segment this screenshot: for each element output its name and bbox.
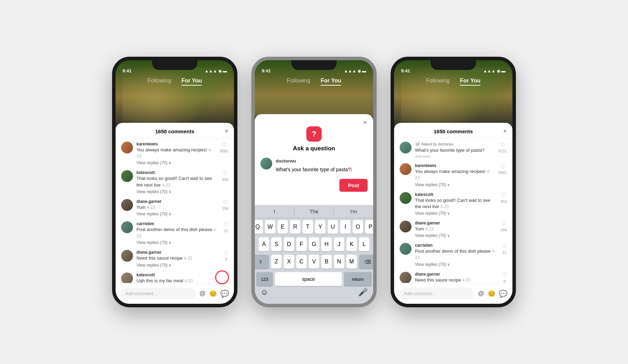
kb-n[interactable]: N	[334, 255, 344, 269]
close-comments-1[interactable]: ×	[225, 128, 228, 135]
comments-list-3: 🗂 Asked by doctorwu What's your favorite…	[394, 138, 512, 298]
question-icon-3[interactable]: 💬	[499, 290, 508, 298]
kb-row-1: Q W E R T Y U I O P	[255, 218, 373, 236]
p3-avatar-1	[400, 163, 411, 175]
kb-suggestion-i[interactable]: I	[255, 207, 295, 216]
nav-foryou-2[interactable]: For You	[321, 78, 341, 86]
comment-like-4[interactable]: ♡ 12	[223, 221, 228, 245]
emoji-icon-3[interactable]: 😊	[488, 290, 495, 298]
comment-input-3[interactable]: Add comment...	[399, 288, 474, 300]
kb-j[interactable]: J	[334, 237, 344, 251]
p3-comment-replies-1[interactable]: View replies (70) ∨	[415, 182, 495, 187]
comments-list-1: karenlewis You always make amazing recip…	[116, 138, 234, 293]
phone-2: 9:41 ▲▲▲ ◉ ▬ Following For You × ? Ask a…	[251, 57, 377, 307]
kb-o[interactable]: O	[353, 220, 363, 234]
comment-input-1[interactable]: Add comment...	[120, 288, 196, 300]
question-icon-1[interactable]: 💬	[220, 290, 229, 298]
p3-avatar-2	[400, 192, 411, 204]
p3-comment-text-5: Need this sauce recipe 4-23	[415, 277, 499, 283]
comments-panel-1: 1650 comments × karenlewis You always ma…	[116, 123, 234, 304]
kb-z[interactable]: Z	[271, 255, 282, 269]
comment-item-1: karenlewis You always make amazing recip…	[121, 142, 228, 165]
avatar-modal	[260, 158, 272, 169]
emoji-icon-1[interactable]: 😊	[209, 290, 217, 298]
kb-e[interactable]: E	[277, 220, 288, 234]
comment-replies-3[interactable]: View replies (70) ∨	[136, 212, 219, 216]
kb-g[interactable]: G	[309, 237, 319, 251]
modal-title-text: Ask a question	[293, 145, 335, 152]
kb-d[interactable]: D	[284, 237, 294, 251]
close-comments-3[interactable]: ×	[503, 128, 507, 135]
comment-like-5[interactable]: ♡ 9	[223, 250, 228, 267]
asked-badge-icon: 🗂	[415, 142, 420, 147]
comment-body-1: karenlewis You always make amazing recip…	[136, 142, 217, 165]
kb-emoji-icon[interactable]: ☺	[260, 288, 268, 297]
at-icon-3[interactable]: @	[478, 290, 484, 297]
asked-comment-item: 🗂 Asked by doctorwu What's your favorite…	[400, 142, 507, 158]
kb-m[interactable]: M	[346, 255, 357, 269]
kb-y[interactable]: Y	[315, 220, 325, 234]
p3-comment-replies-4[interactable]: View replies (70) ∨	[415, 262, 499, 267]
nav-following-2[interactable]: Following	[287, 78, 311, 86]
kb-t[interactable]: T	[303, 220, 313, 234]
p3-comment-like-4[interactable]: ♡ 12	[502, 243, 507, 267]
nav-following-1[interactable]: Following	[148, 78, 171, 86]
kb-shift[interactable]: ⇧	[255, 255, 269, 269]
p3-comment-username-2: katescott	[415, 192, 497, 197]
question-input-area: doctorwu What's your favorite type of pa…	[260, 158, 368, 173]
kb-f[interactable]: F	[296, 237, 307, 251]
nav-foryou-1[interactable]: For You	[181, 78, 202, 86]
p3-comment-username-1: karenlewis	[415, 163, 495, 168]
post-btn-row: Post	[255, 179, 373, 197]
comment-like-6[interactable]: ♡	[223, 272, 228, 284]
comment-body-2: katescott That looks so good!! Can't wai…	[136, 170, 219, 194]
comment-replies-1[interactable]: View replies (70) ∨	[136, 160, 217, 165]
p3-comment-item-1: karenlewis You always make amazing recip…	[400, 163, 507, 187]
kb-l[interactable]: L	[359, 237, 369, 251]
p3-comment-replies-3[interactable]: View replies (70) ∨	[415, 233, 497, 238]
asked-comment-like[interactable]: ♡ 9721	[499, 142, 507, 158]
kb-q[interactable]: Q	[255, 220, 263, 234]
comment-body-5: diane.garner Need this sauce recipe 4-23…	[136, 250, 220, 267]
comment-replies-5[interactable]: View replies (70) ∨	[136, 263, 220, 268]
kb-k[interactable]: K	[346, 237, 357, 251]
kb-b[interactable]: B	[321, 255, 332, 269]
kb-space[interactable]: space	[275, 272, 342, 286]
kb-s[interactable]: S	[271, 237, 282, 251]
kb-h[interactable]: H	[321, 237, 332, 251]
at-icon-1[interactable]: @	[199, 290, 206, 297]
comment-replies-2[interactable]: View replies (70) ∨	[136, 189, 219, 194]
kb-return[interactable]: return	[344, 272, 372, 286]
kb-suggestion-the[interactable]: The	[295, 207, 334, 216]
comment-like-1[interactable]: ♡ 9581	[220, 142, 228, 165]
comment-like-2[interactable]: ♡ 456	[222, 170, 228, 194]
kb-x[interactable]: X	[284, 255, 294, 269]
kb-row-4: 123 space return	[255, 270, 373, 288]
nav-following-3[interactable]: Following	[426, 78, 450, 86]
nav-foryou-3[interactable]: For You	[460, 78, 480, 86]
comment-like-3[interactable]: ♡ 294	[222, 199, 228, 216]
kb-a[interactable]: A	[259, 237, 269, 251]
modal-close-button[interactable]: ×	[363, 119, 367, 126]
kb-v[interactable]: V	[309, 255, 319, 269]
kb-w[interactable]: W	[265, 220, 275, 234]
kb-r[interactable]: R	[290, 220, 300, 234]
avatar-2	[121, 170, 133, 182]
kb-123[interactable]: 123	[256, 272, 273, 286]
p3-comment-like-1[interactable]: ♡ 9581	[499, 163, 507, 187]
kb-p[interactable]: P	[365, 220, 373, 234]
kb-c[interactable]: C	[296, 255, 307, 269]
p3-comment-replies-2[interactable]: View replies (70) ∨	[415, 211, 497, 216]
p3-comment-like-2[interactable]: ♡ 456	[501, 192, 507, 216]
question-text-area[interactable]: doctorwu What's your favorite type of pa…	[276, 158, 368, 173]
kb-i[interactable]: I	[340, 220, 351, 234]
modal-question-text[interactable]: What's your favorite type of pasta?|	[276, 166, 368, 173]
p3-comment-like-3[interactable]: ♡ 294	[501, 221, 507, 238]
kb-suggestion-im[interactable]: I'm	[334, 207, 373, 216]
kb-delete[interactable]: ⌫	[359, 255, 373, 269]
post-button[interactable]: Post	[339, 179, 368, 192]
kb-u[interactable]: U	[328, 220, 338, 234]
comment-item-3: diane.garner Yum 4-23 View replies (70) …	[121, 199, 228, 216]
kb-mic-icon[interactable]: 🎤	[358, 288, 368, 297]
comment-replies-4[interactable]: View replies (70) ∨	[136, 240, 220, 245]
